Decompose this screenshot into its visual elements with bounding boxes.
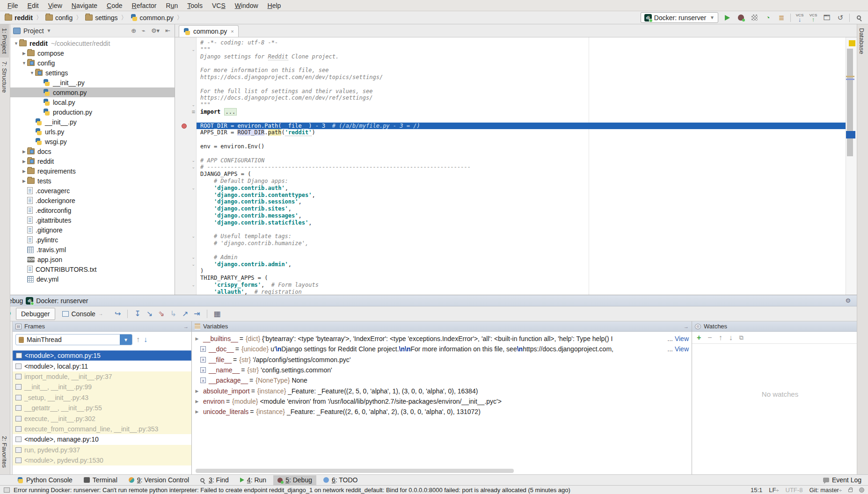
line-separator-widget[interactable]: LF÷ [769,487,779,494]
menu-navigate[interactable]: Navigate [67,1,102,10]
duplicate-watch-button[interactable]: ⧉ [739,334,744,341]
code-area[interactable]: ⌄⌄⊞⌄⌄⌄⌄⌄⌄⌄ # -*- coding: utf-8 -*-"""Dja… [175,37,846,295]
tree-item-reddit[interactable]: ▼reddit~/cookiecutter/reddit [10,38,175,48]
code-line[interactable]: """ [197,46,846,53]
status-message[interactable]: Error running Docker: runserver: Can't r… [14,487,570,494]
tool-tab-4-run[interactable]: 4: Run [236,475,270,485]
breakpoint-icon[interactable] [182,124,187,129]
thread-selector[interactable]: MainThread ▼ [15,334,132,345]
fold-toggle-icon[interactable]: ⌄ [191,165,195,169]
menu-edit[interactable]: Edit [23,1,44,10]
code-line[interactable] [197,150,846,157]
view-link[interactable]: View [665,345,689,353]
step-into-button[interactable]: ↘ [146,309,153,318]
editor-error-stripe[interactable] [846,37,857,295]
tree-item--dockerignore[interactable]: .dockerignore [10,196,175,205]
chevron-icon[interactable]: ▶ [21,179,27,183]
tree-item-common-py[interactable]: common.py [10,87,175,97]
fold-toggle-icon[interactable]: ⊞ [191,109,195,114]
gear-icon[interactable]: ⚙▾ [150,27,161,34]
menu-tools[interactable]: Tools [182,1,207,10]
force-step-into-button[interactable]: ⇘ [158,309,164,318]
code-line[interactable]: 'django.contrib.contenttypes', [197,192,846,199]
tool-tab-python-console[interactable]: Python Console [13,475,77,485]
frame-row[interactable]: run, pydevd.py:937 [13,445,191,455]
fold-toggle-icon[interactable]: ⌄ [191,158,195,163]
tree-item-contributors-txt[interactable]: CONTRIBUTORS.txt [10,264,175,274]
tree-item--init-py[interactable]: __init__.py [10,117,175,127]
tool-tab-2-favorites[interactable]: 2: Favorites [0,432,9,472]
frame-row[interactable]: <module>, pydevd.py:1530 [13,455,191,465]
code-line[interactable]: THIRD_PARTY_APPS = ( [197,275,846,282]
horizontal-scrollbar[interactable] [196,469,514,473]
code-line[interactable]: env = environ.Env() [197,143,846,150]
encoding-widget[interactable]: UTF-8 [786,487,803,494]
lock-icon[interactable] [848,489,853,492]
variable-row[interactable]: ▶__builtins__={dict}{'bytearray': <type … [192,334,692,344]
code-line[interactable]: 'django.contrib.messages', [197,212,846,219]
expand-arrow-icon[interactable]: ▶ [194,389,200,393]
tool-tab-9-version-control[interactable]: 9: Version Control [124,475,193,485]
code-line[interactable] [197,247,846,254]
code-line[interactable]: 'django.contrib.sessions', [197,198,846,205]
breadcrumb-item[interactable]: common.py [130,14,175,22]
show-execution-point-button[interactable]: ↪ [115,309,121,318]
tool-tab-5-debug[interactable]: 5: Debug [273,475,316,485]
code-line[interactable]: 'django.contrib.admin', [197,261,846,268]
code-line[interactable]: # 'django.contrib.humanize', [197,240,846,247]
breadcrumb-item[interactable]: config [44,14,73,22]
git-branch-widget[interactable]: Git: master÷ [809,487,842,494]
tree-item-urls-py[interactable]: urls.py [10,127,175,137]
tree-item-tests[interactable]: ▶tests [10,176,175,186]
tool-tab-7-structure[interactable]: 7: Structure [0,58,9,96]
tree-item-compose[interactable]: ▶compose [10,48,175,58]
tree-item-reddit[interactable]: ▶reddit [10,156,175,166]
tool-tab-3-find[interactable]: 3: Find [196,475,233,485]
menu-code[interactable]: Code [102,1,127,10]
code-line[interactable]: 'crispy_forms', # Form layouts [197,282,846,289]
tool-tab-1-project[interactable]: 1: Project [0,24,9,58]
variable-row[interactable]: a__package__={NoneType}None [192,375,692,385]
code-line[interactable]: ) [197,268,846,275]
breadcrumb-item[interactable]: reddit [4,14,34,22]
editor-gutter[interactable]: ⌄⌄⊞⌄⌄⌄⌄⌄⌄⌄ [175,37,197,295]
code-line[interactable]: 'django.contrib.auth', [197,185,846,192]
code-line[interactable]: # Useful template tags: [197,233,846,240]
menu-vcs[interactable]: VCS [207,1,230,10]
frame-row[interactable]: __getattr__, __init__.py:55 [13,403,191,413]
chevron-icon[interactable]: ▼ [21,61,27,65]
fold-toggle-icon[interactable]: ⌄ [191,283,195,287]
tree-item--gitignore[interactable]: .gitignore [10,225,175,235]
code-line[interactable]: # APP CONFIGURATION [197,157,846,164]
variable-row[interactable]: a__file__={str}'/app/config/settings/com… [192,355,692,365]
menu-window[interactable]: Window [230,1,263,10]
chevron-icon[interactable]: ▶ [21,159,27,164]
run-configuration-select[interactable]: dj Docker: runserver ▼ [641,12,718,23]
tab-console[interactable]: Console → [57,308,108,320]
fold-toggle-icon[interactable]: ⌄ [191,186,195,190]
gear-icon[interactable]: ⚙ [843,297,853,304]
code-line[interactable]: import ... [197,109,846,116]
remove-watch-button[interactable]: − [708,334,712,342]
add-watch-button[interactable]: + [697,334,701,342]
code-line[interactable]: For more information on this file, see [197,67,846,74]
code-lines[interactable]: # -*- coding: utf-8 -*-"""Django setting… [197,37,846,295]
chevron-icon[interactable]: ▶ [21,149,27,154]
collapse-all-button[interactable]: ⌁ [140,27,147,34]
tool-tab-terminal[interactable]: Terminal [80,475,122,485]
code-line[interactable]: https://docs.djangoproject.com/en/dev/re… [197,94,846,102]
chevron-icon[interactable]: ▼ [13,41,19,46]
code-line[interactable]: # Default Django apps: [197,178,846,185]
editor-tab-common-py[interactable]: common.py × [179,25,239,37]
frame-row[interactable]: __init__, __init__.py:99 [13,382,191,392]
close-icon[interactable]: × [231,29,233,34]
variable-row[interactable]: ▶unicode_literals={instance}_Feature: _F… [192,407,692,417]
code-line[interactable]: # -*- coding: utf-8 -*- [197,39,846,46]
frame-row[interactable]: <module>, common.py:15 [13,350,191,361]
tree-item-production-py[interactable]: production.py [10,107,175,117]
tree-item--travis-yml[interactable]: .travis.yml [10,245,175,254]
locate-file-button[interactable]: ⊕ [130,27,138,34]
frame-row[interactable]: <module>, local.py:11 [13,361,191,371]
variable-row[interactable]: a__doc__={unicode}u'\nDjango settings fo… [192,344,692,354]
tree-item-requirements[interactable]: ▶requirements [10,166,175,176]
